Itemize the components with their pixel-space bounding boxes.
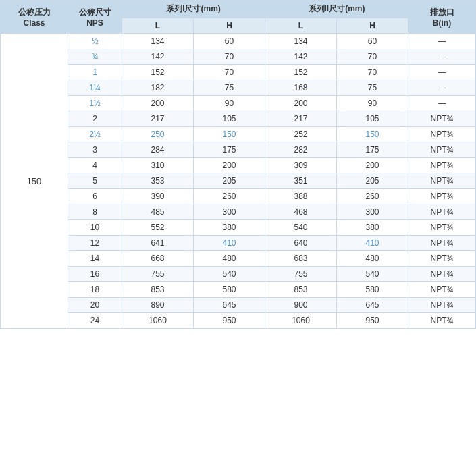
b-cell: NPT¾ [408, 204, 476, 220]
l1-cell: 182 [122, 80, 194, 96]
l1-cell: 853 [122, 282, 194, 298]
l2-cell: 134 [265, 34, 337, 49]
nps-cell: 5 [68, 173, 122, 189]
b-cell: — [408, 49, 476, 65]
b-cell: NPT¾ [408, 313, 476, 329]
h1-cell: 410 [194, 236, 265, 251]
l2-cell: 217 [265, 111, 337, 127]
main-table-wrapper: 公称压力 Class 公称尺寸 NPS 系列I尺寸(mm) 系列II尺寸(mm)… [0, 0, 476, 329]
l2-cell: 351 [265, 173, 337, 189]
nps-cell: 2 [68, 111, 122, 127]
l2-cell: 168 [265, 80, 337, 96]
h1-cell: 580 [194, 282, 265, 298]
h1-cell: 480 [194, 251, 265, 267]
h1-cell: 205 [194, 173, 265, 189]
nps-cell: 3 [68, 142, 122, 158]
table-row: 6390260388260NPT¾ [1, 189, 476, 204]
b-cell: NPT¾ [408, 158, 476, 173]
table-row: 1½2009020090— [1, 96, 476, 111]
nps-cell: 8 [68, 204, 122, 220]
l2-header: L [265, 18, 337, 34]
table-row: 16755540755540NPT¾ [1, 267, 476, 282]
table-row: 5353205351205NPT¾ [1, 173, 476, 189]
h1-cell: 70 [194, 49, 265, 65]
nps-cell: 20 [68, 298, 122, 313]
b-cell: — [408, 65, 476, 80]
series2-header: 系列II尺寸(mm) [265, 1, 408, 18]
series1-header: 系列I尺寸(mm) [122, 1, 265, 18]
l1-cell: 890 [122, 298, 194, 313]
h2-cell: 70 [337, 65, 408, 80]
l1-cell: 641 [122, 236, 194, 251]
h2-cell: 105 [337, 111, 408, 127]
table-row: 12641410640410NPT¾ [1, 236, 476, 251]
table-row: 2½250150252150NPT¾ [1, 127, 476, 142]
l1-cell: 310 [122, 158, 194, 173]
table-row: 4310200309200NPT¾ [1, 158, 476, 173]
b-cell: NPT¾ [408, 142, 476, 158]
l1-cell: 134 [122, 34, 194, 49]
h1-cell: 75 [194, 80, 265, 96]
h2-cell: 90 [337, 96, 408, 111]
h1-cell: 645 [194, 298, 265, 313]
h2-cell: 150 [337, 127, 408, 142]
h2-cell: 645 [337, 298, 408, 313]
table-row: 150½1346013460— [1, 34, 476, 49]
l2-cell: 282 [265, 142, 337, 158]
l2-cell: 309 [265, 158, 337, 173]
table-row: 14668480683480NPT¾ [1, 251, 476, 267]
nps-cell: 24 [68, 313, 122, 329]
table-row: 8485300468300NPT¾ [1, 204, 476, 220]
l1-cell: 152 [122, 65, 194, 80]
h1-cell: 540 [194, 267, 265, 282]
l1-cell: 217 [122, 111, 194, 127]
nps-cell: 2½ [68, 127, 122, 142]
h2-cell: 480 [337, 251, 408, 267]
table-row: 1¼1827516875— [1, 80, 476, 96]
l1-cell: 200 [122, 96, 194, 111]
h1-cell: 60 [194, 34, 265, 49]
h2-cell: 260 [337, 189, 408, 204]
table-row: 2217105217105NPT¾ [1, 111, 476, 127]
l1-cell: 390 [122, 189, 194, 204]
l2-cell: 200 [265, 96, 337, 111]
l1-cell: 353 [122, 173, 194, 189]
h2-cell: 60 [337, 34, 408, 49]
b-cell: NPT¾ [408, 127, 476, 142]
h1-cell: 380 [194, 220, 265, 236]
l2-cell: 252 [265, 127, 337, 142]
nps-cell: ¾ [68, 49, 122, 65]
b-cell: NPT¾ [408, 267, 476, 282]
nps-cell: ½ [68, 34, 122, 49]
l2-cell: 468 [265, 204, 337, 220]
h2-cell: 205 [337, 173, 408, 189]
h2-cell: 580 [337, 282, 408, 298]
table-row: 3284175282175NPT¾ [1, 142, 476, 158]
table-row: ¾1427014270— [1, 49, 476, 65]
h2-cell: 410 [337, 236, 408, 251]
l2-cell: 683 [265, 251, 337, 267]
l1-cell: 142 [122, 49, 194, 65]
nps-cell: 1 [68, 65, 122, 80]
h2-cell: 175 [337, 142, 408, 158]
h1-cell: 950 [194, 313, 265, 329]
l1-header: L [122, 18, 194, 34]
b-cell: — [408, 34, 476, 49]
table-row: 2410609501060950NPT¾ [1, 313, 476, 329]
h1-cell: 105 [194, 111, 265, 127]
nps-cell: 14 [68, 251, 122, 267]
l1-cell: 668 [122, 251, 194, 267]
nps-cell: 16 [68, 267, 122, 282]
nps-cell: 4 [68, 158, 122, 173]
header-row-1: 公称压力 Class 公称尺寸 NPS 系列I尺寸(mm) 系列II尺寸(mm)… [1, 1, 476, 18]
l2-cell: 540 [265, 220, 337, 236]
table-row: 11527015270— [1, 65, 476, 80]
drain-header: 排放口 B(in) [408, 1, 476, 34]
h2-cell: 540 [337, 267, 408, 282]
h2-header: H [337, 18, 408, 34]
table-row: 10552380540380NPT¾ [1, 220, 476, 236]
l1-cell: 485 [122, 204, 194, 220]
b-cell: NPT¾ [408, 298, 476, 313]
h2-cell: 950 [337, 313, 408, 329]
h1-cell: 150 [194, 127, 265, 142]
